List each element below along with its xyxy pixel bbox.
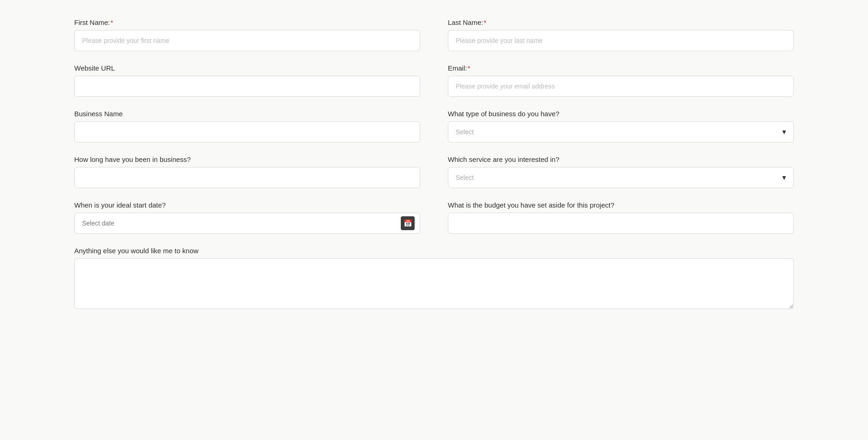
last-name-input[interactable] bbox=[448, 30, 794, 51]
website-url-input[interactable] bbox=[74, 76, 420, 97]
additional-info-group: Anything else you would like me to know bbox=[74, 247, 794, 309]
form-row-6: Anything else you would like me to know bbox=[74, 247, 794, 309]
service-interest-group: Which service are you interested in? Sel… bbox=[448, 155, 794, 188]
business-name-input[interactable] bbox=[74, 121, 420, 143]
start-date-input[interactable] bbox=[74, 213, 420, 234]
first-name-label: First Name:* bbox=[74, 18, 420, 26]
service-interest-select-wrapper: Select ▼ bbox=[448, 167, 794, 188]
email-group: Email:* bbox=[448, 64, 794, 97]
business-type-group: What type of business do you have? Selec… bbox=[448, 110, 794, 143]
start-date-label: When is your ideal start date? bbox=[74, 201, 420, 209]
service-interest-select[interactable]: Select bbox=[448, 167, 794, 188]
form-row-5: When is your ideal start date? 📅 What is… bbox=[74, 201, 794, 234]
form-row-1: First Name:* Last Name:* bbox=[74, 18, 794, 51]
form-row-2: Website URL Email:* bbox=[74, 64, 794, 97]
budget-input[interactable] bbox=[448, 213, 794, 234]
form-row-4: How long have you been in business? Whic… bbox=[74, 155, 794, 188]
business-duration-group: How long have you been in business? bbox=[74, 155, 420, 188]
last-name-group: Last Name:* bbox=[448, 18, 794, 51]
business-type-select-wrapper: Select ▼ bbox=[448, 121, 794, 143]
first-name-input[interactable] bbox=[74, 30, 420, 51]
budget-group: What is the budget you have set aside fo… bbox=[448, 201, 794, 234]
form-row-3: Business Name What type of business do y… bbox=[74, 110, 794, 143]
business-name-label: Business Name bbox=[74, 110, 420, 118]
budget-label: What is the budget you have set aside fo… bbox=[448, 201, 794, 209]
calendar-icon[interactable]: 📅 bbox=[401, 216, 415, 230]
first-name-group: First Name:* bbox=[74, 18, 420, 51]
business-name-group: Business Name bbox=[74, 110, 420, 143]
website-url-label: Website URL bbox=[74, 64, 420, 72]
start-date-wrapper: 📅 bbox=[74, 213, 420, 234]
form-container: First Name:* Last Name:* Website URL Ema… bbox=[74, 18, 794, 309]
start-date-group: When is your ideal start date? 📅 bbox=[74, 201, 420, 234]
additional-info-textarea[interactable] bbox=[74, 258, 794, 309]
business-type-label: What type of business do you have? bbox=[448, 110, 794, 118]
business-duration-label: How long have you been in business? bbox=[74, 155, 420, 163]
service-interest-label: Which service are you interested in? bbox=[448, 155, 794, 163]
email-label: Email:* bbox=[448, 64, 794, 72]
additional-info-label: Anything else you would like me to know bbox=[74, 247, 794, 255]
email-input[interactable] bbox=[448, 76, 794, 97]
business-duration-input[interactable] bbox=[74, 167, 420, 188]
business-type-select[interactable]: Select bbox=[448, 121, 794, 143]
last-name-label: Last Name:* bbox=[448, 18, 794, 26]
website-url-group: Website URL bbox=[74, 64, 420, 97]
